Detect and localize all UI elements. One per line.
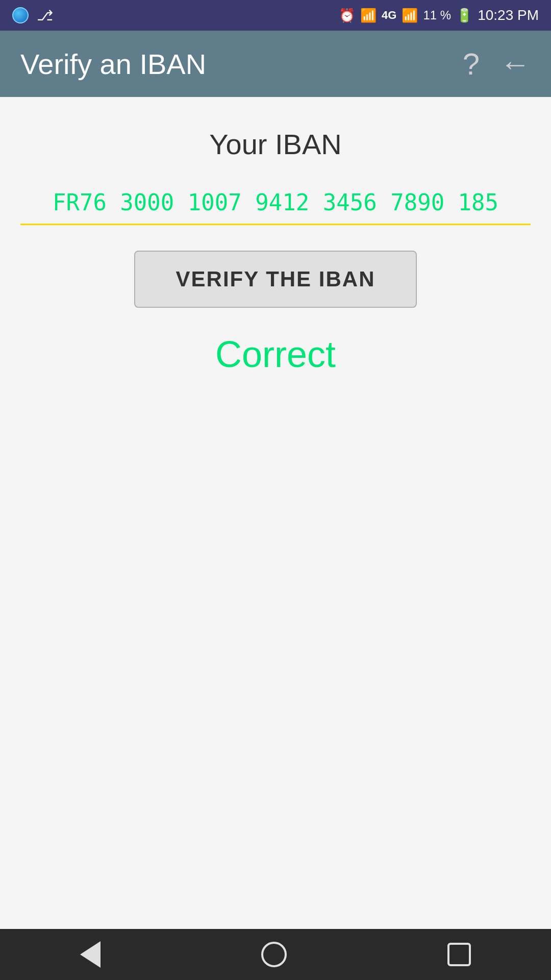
help-icon[interactable]: ?	[463, 46, 480, 82]
wifi-icon: 📶	[360, 8, 377, 23]
globe-icon	[12, 7, 29, 23]
bottom-nav	[0, 929, 551, 980]
main-content: Your IBAN VERIFY THE IBAN Correct	[0, 97, 551, 929]
back-icon[interactable]: ←	[500, 46, 531, 82]
battery-icon: 🔋	[456, 8, 472, 23]
back-nav-icon	[80, 941, 101, 968]
time-display: 10:23 PM	[478, 7, 539, 23]
app-bar-icons: ? ←	[463, 46, 531, 82]
home-nav-icon	[261, 942, 287, 967]
nav-home-button[interactable]	[261, 942, 287, 967]
alarm-icon: ⏰	[339, 8, 355, 23]
4g-icon: 4G	[382, 9, 396, 22]
status-bar: ⎇ ⏰ 📶 4G 📶 11 % 🔋 10:23 PM	[0, 0, 551, 31]
result-text: Correct	[215, 333, 336, 375]
battery-percent: 11 %	[423, 8, 451, 22]
status-bar-left: ⎇	[12, 7, 53, 24]
recent-nav-icon	[447, 943, 471, 966]
iban-input[interactable]	[20, 181, 531, 225]
nav-back-button[interactable]	[80, 941, 101, 968]
usb-icon: ⎇	[37, 7, 53, 24]
status-bar-right: ⏰ 📶 4G 📶 11 % 🔋 10:23 PM	[339, 7, 539, 23]
nav-recent-button[interactable]	[447, 943, 471, 966]
app-bar: Verify an IBAN ? ←	[0, 31, 551, 97]
app-title: Verify an IBAN	[20, 47, 206, 81]
iban-label: Your IBAN	[209, 128, 341, 161]
signal-icon: 📶	[402, 8, 418, 23]
iban-input-container	[20, 181, 531, 225]
verify-button[interactable]: VERIFY THE IBAN	[134, 251, 417, 308]
